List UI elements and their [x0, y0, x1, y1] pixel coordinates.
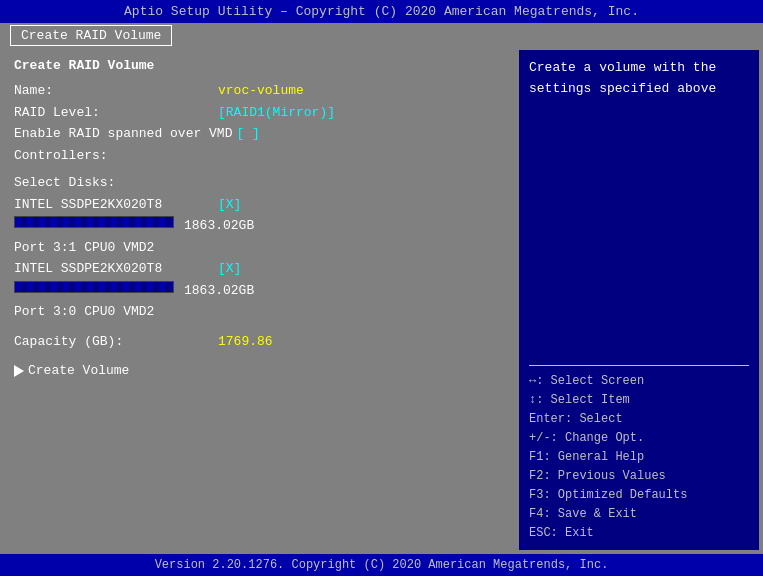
main-content: Create RAID Volume Name: vroc-volume RAI… — [0, 46, 763, 554]
shortcut-select-item: ↕: Select Item — [529, 391, 749, 409]
create-volume-label: Create Volume — [28, 363, 129, 378]
shortcut-list: ↔: Select Screen ↕: Select Item Enter: S… — [529, 372, 749, 542]
field-raid-level: RAID Level: [RAID1(Mirror)] — [14, 103, 505, 123]
disk1-port-label: Port 3:1 CPU0 VMD2 — [14, 238, 154, 258]
top-bar-title: Aptio Setup Utility – Copyright (C) 2020… — [124, 4, 639, 19]
top-bar: Aptio Setup Utility – Copyright (C) 2020… — [0, 0, 763, 23]
disk2-port-label: Port 3:0 CPU0 VMD2 — [14, 302, 154, 322]
field-enable-raid: Enable RAID spanned over VMD [ ] — [14, 124, 505, 144]
shortcut-esc: ESC: Exit — [529, 524, 749, 542]
help-text: Create a volume with the settings specif… — [529, 58, 749, 100]
disk2-row: INTEL SSDPE2KX020T8 [X] — [14, 259, 505, 279]
select-disks-label: Select Disks: — [14, 173, 505, 193]
disk2-port: Port 3:0 CPU0 VMD2 — [14, 302, 505, 322]
footer-text: Version 2.20.1276. Copyright (C) 2020 Am… — [155, 558, 609, 572]
capacity-label: Capacity (GB): — [14, 332, 214, 352]
shortcut-f2: F2: Previous Values — [529, 467, 749, 485]
shortcut-f3: F3: Optimized Defaults — [529, 486, 749, 504]
bottom-bar: Version 2.20.1276. Copyright (C) 2020 Am… — [0, 554, 763, 576]
shortcut-enter: Enter: Select — [529, 410, 749, 428]
disk1-port: Port 3:1 CPU0 VMD2 — [14, 238, 505, 258]
field-controllers: Controllers: — [14, 146, 505, 166]
capacity-value[interactable]: 1769.86 — [218, 332, 273, 352]
shortcut-change-opt: +/-: Change Opt. — [529, 429, 749, 447]
field-name-label: Name: — [14, 81, 214, 101]
field-enable-raid-label: Enable RAID spanned over VMD — [14, 124, 232, 144]
disk1-bar-row: 1863.02GB — [14, 216, 505, 236]
disk2-bar — [14, 281, 174, 293]
disk1-row: INTEL SSDPE2KX020T8 [X] — [14, 195, 505, 215]
disk2-bar-row: 1863.02GB — [14, 281, 505, 301]
field-raid-level-label: RAID Level: — [14, 103, 214, 123]
disk2-model: INTEL SSDPE2KX020T8 — [14, 259, 214, 279]
field-name-value[interactable]: vroc-volume — [218, 81, 304, 101]
disk2-checked[interactable]: [X] — [218, 259, 241, 279]
disk2-size: 1863.02GB — [184, 281, 254, 301]
disk1-bar — [14, 216, 174, 228]
tab-create-raid-volume[interactable]: Create RAID Volume — [10, 25, 172, 46]
disk1-size: 1863.02GB — [184, 216, 254, 236]
capacity-row: Capacity (GB): 1769.86 — [14, 332, 505, 352]
arrow-right-icon — [14, 365, 24, 377]
field-name: Name: vroc-volume — [14, 81, 505, 101]
right-panel: Create a volume with the settings specif… — [519, 50, 759, 550]
field-raid-level-value[interactable]: [RAID1(Mirror)] — [218, 103, 335, 123]
shortcut-select-screen: ↔: Select Screen — [529, 372, 749, 390]
shortcut-f4: F4: Save & Exit — [529, 505, 749, 523]
tab-row: Create RAID Volume — [0, 23, 763, 46]
field-enable-raid-value[interactable]: [ ] — [236, 124, 259, 144]
bios-screen: Aptio Setup Utility – Copyright (C) 2020… — [0, 0, 763, 576]
shortcut-f1: F1: General Help — [529, 448, 749, 466]
disk1-checked[interactable]: [X] — [218, 195, 241, 215]
disk1-model: INTEL SSDPE2KX020T8 — [14, 195, 214, 215]
left-panel: Create RAID Volume Name: vroc-volume RAI… — [4, 50, 515, 550]
create-volume-button[interactable]: Create Volume — [14, 363, 505, 378]
field-controllers-label: Controllers: — [14, 146, 214, 166]
right-divider — [529, 365, 749, 366]
section-title: Create RAID Volume — [14, 58, 505, 73]
